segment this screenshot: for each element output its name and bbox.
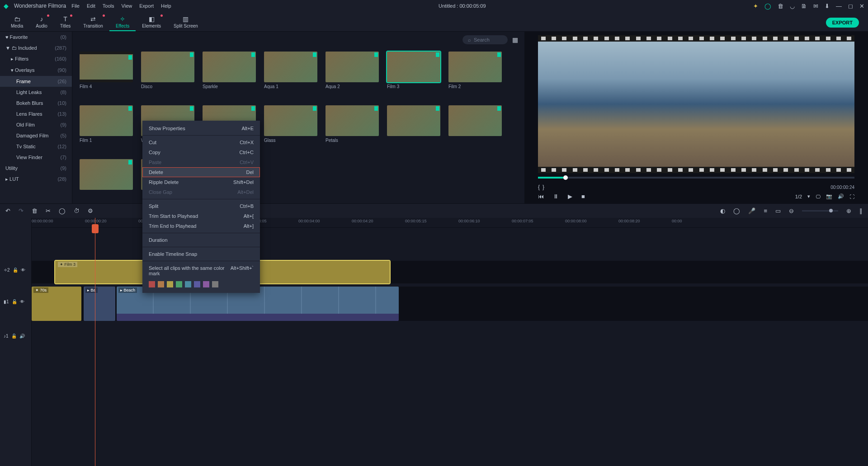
- sidebar-item-lut[interactable]: ▸ LUT(28): [0, 174, 72, 185]
- grid-view-icon[interactable]: ▦: [512, 36, 518, 43]
- tab-elements[interactable]: ◧Elements: [136, 14, 167, 31]
- sidebar-item-overlays[interactable]: ▾ Overlays(90): [0, 65, 72, 76]
- menu-tools[interactable]: Tools: [103, 3, 114, 9]
- sidebar-item-filters[interactable]: ▸ Filters(160): [0, 53, 72, 65]
- ctx-ripple-delete[interactable]: Ripple DeleteShift+Del: [142, 177, 260, 187]
- volume-icon[interactable]: 🔊: [838, 193, 844, 199]
- playhead[interactable]: [95, 218, 95, 466]
- lock-icon[interactable]: 🔓: [11, 334, 17, 339]
- seek-bar[interactable]: [538, 177, 854, 179]
- render-button[interactable]: ▭: [775, 207, 781, 214]
- menu-help[interactable]: Help: [161, 3, 171, 9]
- save-icon[interactable]: 🗎: [801, 3, 807, 9]
- zoom-fit-button[interactable]: ‖: [859, 207, 863, 214]
- ctx-show-properties[interactable]: Show PropertiesAlt+E: [142, 123, 260, 133]
- tab-transition[interactable]: ⇄Transition: [77, 14, 109, 31]
- tips-icon[interactable]: ✦: [753, 3, 758, 9]
- effect-glass[interactable]: Glass: [264, 105, 317, 151]
- color-swatch[interactable]: [167, 281, 173, 287]
- video-clip-70s[interactable]: ✦ 70s: [32, 287, 81, 321]
- effect-disco[interactable]: Disco: [141, 52, 194, 97]
- menu-view[interactable]: View: [122, 3, 132, 9]
- ctx-split[interactable]: SplitCtrl+B: [142, 201, 260, 211]
- color-swatch[interactable]: [185, 281, 191, 287]
- effect-petals[interactable]: Petals: [326, 105, 379, 151]
- crop-button[interactable]: ◯: [59, 207, 66, 214]
- mic-button[interactable]: 🎤: [748, 207, 755, 214]
- color-swatch[interactable]: [149, 281, 155, 287]
- color-swatch[interactable]: [158, 281, 164, 287]
- timeline[interactable]: ⊡ ◬ 00:00:00:0000:00:00:2000:00:01:1500:…: [0, 218, 868, 466]
- effect-sparkle[interactable]: Sparkle: [203, 52, 256, 97]
- audio-track[interactable]: [32, 334, 868, 344]
- ctx-delete[interactable]: DeleteDel: [142, 167, 260, 177]
- sidebar-item-light-leaks[interactable]: Light Leaks(8): [0, 87, 72, 98]
- undo-button[interactable]: ↶: [5, 207, 10, 214]
- effect-item[interactable]: [448, 105, 502, 151]
- stop-button[interactable]: ■: [581, 193, 585, 200]
- ctx-trim-start-to-playhead[interactable]: Trim Start to PlayheadAlt+[: [142, 211, 260, 221]
- minimize-icon[interactable]: —: [836, 3, 842, 9]
- maximize-icon[interactable]: ◻: [848, 3, 853, 9]
- redo-button[interactable]: ↷: [19, 207, 24, 214]
- search-input[interactable]: ⌕ Search: [462, 35, 508, 44]
- color-swatch[interactable]: [194, 281, 200, 287]
- sidebar-item-utility[interactable]: Utility(9): [0, 163, 72, 174]
- video-clip-ba[interactable]: ▸ Ba: [84, 287, 115, 321]
- sidebar-item-old-film[interactable]: Old Film(9): [0, 119, 72, 130]
- fullscreen-icon[interactable]: ⛶: [849, 194, 854, 199]
- display-icon[interactable]: 🖵: [816, 194, 821, 199]
- effect-film-2[interactable]: Film 2: [448, 52, 502, 97]
- sidebar-item-damaged-film[interactable]: Damaged Film(5): [0, 130, 72, 141]
- zoom-in-button[interactable]: ⊕: [846, 207, 851, 214]
- effect-film-1[interactable]: Film 1: [80, 105, 133, 151]
- color-swatch[interactable]: [212, 281, 218, 287]
- effect-item[interactable]: [80, 159, 133, 200]
- message-icon[interactable]: ✉: [813, 3, 818, 9]
- effect-film-4[interactable]: Film 4: [80, 52, 133, 97]
- color-button[interactable]: ◐: [720, 207, 725, 214]
- sidebar-item-included[interactable]: ▼ 🗀 Included(287): [0, 42, 72, 53]
- effect-film-3[interactable]: Film 3: [387, 52, 440, 97]
- split-button[interactable]: ✂: [46, 207, 51, 214]
- effect-item[interactable]: [387, 105, 440, 151]
- menu-edit[interactable]: Edit: [87, 3, 95, 9]
- tab-audio[interactable]: ♪Audio: [29, 14, 54, 31]
- sidebar-item-view-finder[interactable]: View Finder(7): [0, 152, 72, 163]
- sidebar-item-lens-flares[interactable]: Lens Flares(13): [0, 108, 72, 119]
- headphones-icon[interactable]: ◯: [764, 3, 771, 9]
- color-swatch[interactable]: [203, 281, 209, 287]
- export-button[interactable]: EXPORT: [826, 18, 859, 28]
- sidebar-item-bokeh-blurs[interactable]: Bokeh Blurs(10): [0, 98, 72, 108]
- speaker-icon[interactable]: 🔊: [19, 334, 25, 339]
- ctx-select-all-clips-with-the-same-color-mark[interactable]: Select all clips with the same color mar…: [142, 263, 260, 278]
- effect-aqua-1[interactable]: Aqua 1: [264, 52, 317, 97]
- ctx-enable-timeline-snap[interactable]: Enable Timeline Snap: [142, 249, 260, 259]
- bracket-left-icon[interactable]: {: [538, 184, 540, 190]
- ctx-duration[interactable]: Duration: [142, 235, 260, 245]
- page-dropdown-icon[interactable]: ▾: [807, 193, 810, 199]
- mixer-button[interactable]: ≡: [764, 207, 767, 214]
- zoom-out-button[interactable]: ⊖: [789, 207, 794, 214]
- adjust-button[interactable]: ⚙: [88, 207, 93, 214]
- eye-icon[interactable]: 👁: [20, 299, 24, 304]
- speed-button[interactable]: ⏱: [74, 207, 80, 214]
- ctx-copy[interactable]: CopyCtrl+C: [142, 147, 260, 157]
- menu-file[interactable]: File: [71, 3, 80, 9]
- download-icon[interactable]: ⬇: [825, 3, 830, 9]
- snapshot-icon[interactable]: 📷: [826, 193, 832, 199]
- bracket-right-icon[interactable]: }: [542, 184, 544, 190]
- ctx-trim-end-to-playhead[interactable]: Trim End to PlayheadAlt+]: [142, 221, 260, 231]
- zoom-slider[interactable]: [802, 210, 838, 212]
- eye-icon[interactable]: 👁: [21, 268, 25, 273]
- close-icon[interactable]: ✕: [859, 3, 864, 9]
- account-icon[interactable]: ◡: [790, 3, 795, 9]
- tab-titles[interactable]: TTitles: [54, 14, 77, 31]
- delete-button[interactable]: 🗑: [32, 207, 38, 214]
- play-button[interactable]: ▶: [568, 193, 572, 200]
- step-back-button[interactable]: ⏸: [553, 193, 559, 200]
- tab-media[interactable]: 🗀Media: [5, 14, 29, 31]
- effect-aqua-2[interactable]: Aqua 2: [326, 52, 379, 97]
- menu-export[interactable]: Export: [139, 3, 154, 9]
- color-swatch[interactable]: [176, 281, 182, 287]
